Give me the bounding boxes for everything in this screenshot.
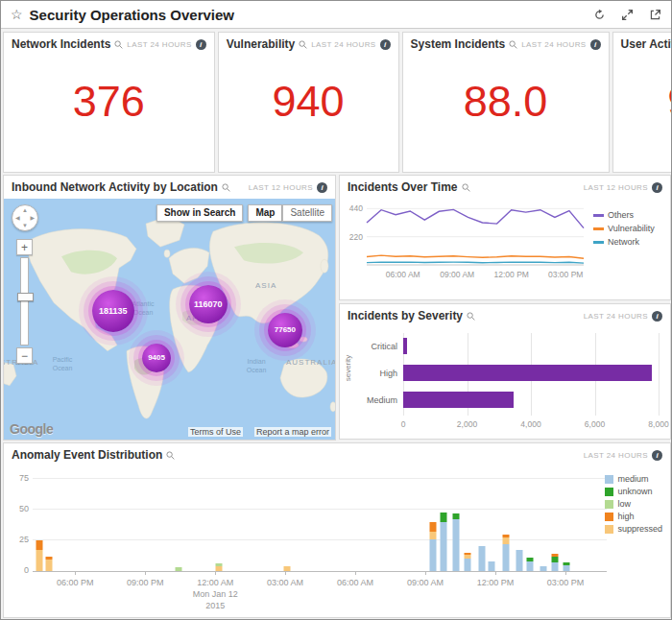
zoom-slider[interactable]: [20, 257, 29, 346]
map-marker[interactable]: 116070: [189, 285, 228, 323]
google-logo[interactable]: Google: [10, 421, 53, 437]
stacked-bar[interactable]: [464, 479, 470, 571]
satellite-type-button[interactable]: Satellite: [282, 204, 332, 222]
map-label: ASIA: [255, 281, 276, 290]
grid-line: [659, 333, 660, 416]
search-icon[interactable]: [166, 451, 175, 460]
panel-incidents-by-severity: Incidents by Severity LAST 24 HOURS i se…: [339, 303, 671, 440]
stacked-bar[interactable]: [283, 479, 290, 571]
info-icon[interactable]: i: [652, 450, 662, 461]
stacked-bar[interactable]: [45, 479, 52, 571]
info-icon[interactable]: i: [317, 182, 327, 193]
legend-label: high: [617, 512, 634, 521]
x-tick-label: 09:00 PM: [127, 577, 164, 588]
search-icon[interactable]: [222, 183, 230, 192]
info-icon[interactable]: i: [380, 39, 391, 50]
page-title: Security Operations Overview: [30, 7, 234, 23]
zoom-in-button[interactable]: +: [16, 239, 33, 255]
stacked-bar[interactable]: [175, 479, 181, 571]
category-label: Medium: [346, 395, 397, 405]
search-icon[interactable]: [462, 183, 470, 192]
zoom-out-button[interactable]: −: [16, 347, 33, 364]
x-tick-label: 09:00 AM: [407, 577, 444, 588]
legend-label: Others: [608, 210, 634, 220]
search-icon[interactable]: [299, 40, 307, 49]
stacked-bar[interactable]: [216, 479, 223, 571]
show-in-search-button[interactable]: Show in Search: [156, 204, 243, 222]
favorite-star-icon[interactable]: ☆: [11, 7, 23, 22]
stacked-bar[interactable]: [441, 479, 447, 571]
x-tick-label: 0: [401, 419, 406, 429]
map-marker[interactable]: 9405: [142, 344, 171, 372]
report-map-error-link[interactable]: Report a map error: [254, 427, 331, 437]
line-chart-plot: 22044006:00 AM09:00 AM12:00 PM03:00 PM: [344, 197, 591, 289]
map-type-button[interactable]: Map: [248, 204, 282, 222]
map-zoom-control: + −: [16, 239, 33, 364]
pan-left-icon[interactable]: ◀: [15, 215, 20, 221]
map-marker[interactable]: 181135: [92, 290, 134, 332]
panel-title: System Incidents: [411, 37, 506, 51]
stacked-bar[interactable]: [429, 479, 436, 571]
search-icon[interactable]: [509, 40, 517, 49]
x-tick-label: 2,000: [457, 419, 477, 429]
y-tick-label: 440: [349, 203, 363, 213]
stacked-bar[interactable]: [36, 479, 43, 571]
series-line-others: [367, 209, 584, 227]
legend-label: Network: [608, 237, 639, 247]
bar-segment: [429, 532, 436, 539]
dashboard: ☆ Security Operations Overview Network I…: [0, 0, 672, 620]
terms-of-use-link[interactable]: Terms of Use: [188, 427, 243, 437]
severity-bar[interactable]: [403, 365, 652, 381]
map-label: AUSTRALIA: [286, 358, 335, 367]
pan-down-icon[interactable]: ▼: [22, 223, 28, 228]
stacked-bar[interactable]: [552, 479, 559, 571]
fullscreen-icon[interactable]: [621, 9, 634, 21]
export-icon[interactable]: [649, 9, 661, 21]
y-tick-label: 220: [349, 232, 363, 242]
info-icon[interactable]: i: [652, 182, 662, 193]
refresh-icon[interactable]: [593, 9, 606, 21]
legend-swatch: [605, 500, 613, 509]
stacked-bar[interactable]: [502, 479, 509, 571]
severity-bar[interactable]: [403, 392, 514, 408]
axis-tick: [355, 571, 356, 575]
panel-network-incidents: Network Incidents LAST 24 HOURS i 376: [3, 32, 215, 173]
search-icon[interactable]: [114, 40, 123, 49]
x-tick-label: 03:00 AM: [267, 577, 303, 588]
stacked-bar[interactable]: [526, 479, 533, 571]
axis-tick: [495, 571, 496, 575]
legend-item: unknown: [605, 487, 662, 496]
pan-right-icon[interactable]: ▶: [30, 215, 35, 221]
info-icon[interactable]: i: [590, 39, 601, 50]
stacked-bar[interactable]: [540, 479, 547, 571]
map-pan-control[interactable]: ▲ ▼ ◀ ▶: [12, 204, 38, 231]
bar-segment: [441, 522, 447, 571]
search-icon[interactable]: [467, 312, 475, 321]
stacked-bar[interactable]: [564, 479, 570, 571]
time-range-label: LAST 12 HOURS: [249, 183, 313, 192]
bar-segment: [441, 513, 447, 522]
time-range-label: LAST 24 HOURS: [584, 451, 648, 460]
x-tick-label: 4,000: [520, 419, 540, 429]
kpi-value: 376: [4, 54, 214, 150]
severity-bar[interactable]: [403, 338, 407, 354]
bar-segment: [429, 539, 436, 571]
map-marker[interactable]: 77650: [268, 313, 302, 347]
stacked-bar[interactable]: [478, 479, 485, 571]
info-icon[interactable]: i: [196, 39, 206, 50]
chart-legend: mediumunknownlowhighsuppressed: [605, 474, 662, 534]
stacked-bar[interactable]: [489, 479, 495, 571]
zoom-slider-handle[interactable]: [17, 293, 34, 301]
series-line-network: [367, 262, 584, 263]
pan-up-icon[interactable]: ▲: [22, 207, 28, 213]
legend-item: Others: [593, 210, 655, 220]
stacked-bar[interactable]: [516, 479, 522, 571]
bar-segment: [489, 561, 495, 571]
world-map[interactable]: Show in Search Map Satellite ▲ ▼ ◀ ▶ + −…: [4, 199, 335, 440]
y-tick-label: 50: [8, 504, 29, 513]
time-range-label: LAST 24 HOURS: [311, 40, 375, 49]
stacked-bar[interactable]: [453, 479, 460, 571]
panel-title: Anomaly Event Distribution: [12, 448, 162, 462]
info-icon[interactable]: i: [652, 311, 662, 322]
legend-swatch: [605, 525, 613, 534]
